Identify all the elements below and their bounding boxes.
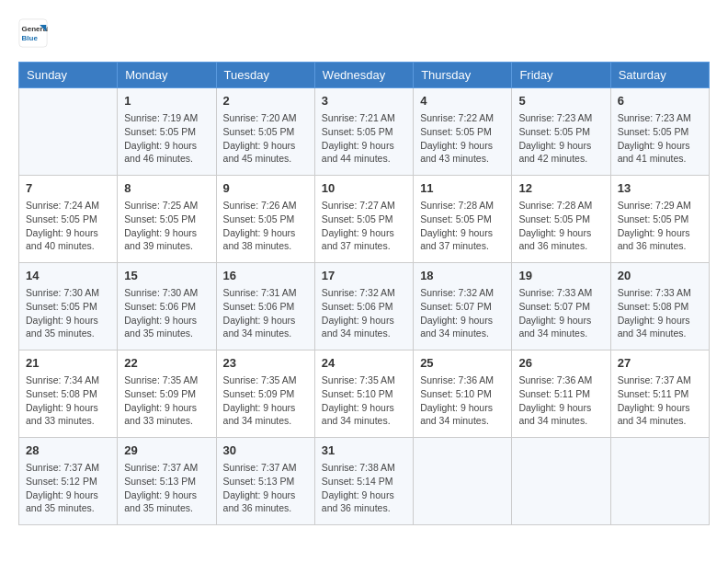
calendar-week-row: 1Sunrise: 7:19 AM Sunset: 5:05 PM Daylig… (19, 88, 710, 176)
day-number: 14 (26, 268, 110, 284)
calendar-cell: 6Sunrise: 7:23 AM Sunset: 5:05 PM Daylig… (610, 88, 709, 176)
day-number: 23 (223, 355, 308, 372)
day-number: 5 (518, 93, 603, 109)
day-number: 6 (618, 93, 702, 109)
calendar-cell: 19Sunrise: 7:33 AM Sunset: 5:07 PM Dayli… (512, 263, 610, 350)
day-number: 13 (618, 180, 702, 197)
logo-icon: General Blue (18, 18, 48, 48)
cell-content: Sunrise: 7:38 AM Sunset: 5:14 PM Dayligh… (322, 461, 406, 515)
day-number: 22 (124, 355, 209, 372)
weekday-header: Tuesday (216, 63, 314, 88)
day-number: 31 (322, 442, 406, 459)
cell-content: Sunrise: 7:37 AM Sunset: 5:13 PM Dayligh… (223, 461, 308, 515)
calendar-cell: 26Sunrise: 7:36 AM Sunset: 5:11 PM Dayli… (512, 350, 610, 438)
cell-content: Sunrise: 7:20 AM Sunset: 5:05 PM Dayligh… (223, 111, 308, 166)
page-header: General Blue (18, 18, 710, 52)
calendar-cell: 10Sunrise: 7:27 AM Sunset: 5:05 PM Dayli… (314, 176, 413, 263)
calendar-cell: 13Sunrise: 7:29 AM Sunset: 5:05 PM Dayli… (610, 176, 709, 263)
cell-content: Sunrise: 7:37 AM Sunset: 5:12 PM Dayligh… (26, 461, 110, 515)
day-number: 2 (223, 93, 308, 109)
day-number: 3 (322, 93, 406, 109)
weekday-header: Sunday (19, 63, 118, 88)
cell-content: Sunrise: 7:37 AM Sunset: 5:11 PM Dayligh… (618, 373, 702, 428)
calendar-cell (512, 438, 610, 525)
calendar-cell: 31Sunrise: 7:38 AM Sunset: 5:14 PM Dayli… (314, 438, 413, 525)
cell-content: Sunrise: 7:22 AM Sunset: 5:05 PM Dayligh… (420, 111, 505, 166)
day-number: 15 (124, 268, 209, 284)
cell-content: Sunrise: 7:30 AM Sunset: 5:05 PM Dayligh… (26, 286, 110, 340)
calendar-cell: 12Sunrise: 7:28 AM Sunset: 5:05 PM Dayli… (512, 176, 610, 263)
calendar-cell (610, 438, 709, 525)
calendar-cell: 15Sunrise: 7:30 AM Sunset: 5:06 PM Dayli… (118, 263, 216, 350)
calendar-week-row: 21Sunrise: 7:34 AM Sunset: 5:08 PM Dayli… (19, 350, 710, 438)
weekday-header: Thursday (414, 63, 512, 88)
cell-content: Sunrise: 7:30 AM Sunset: 5:06 PM Dayligh… (124, 286, 209, 340)
cell-content: Sunrise: 7:28 AM Sunset: 5:05 PM Dayligh… (518, 199, 603, 253)
day-number: 10 (322, 180, 406, 197)
weekday-header: Saturday (610, 63, 709, 88)
calendar-cell: 23Sunrise: 7:35 AM Sunset: 5:09 PM Dayli… (216, 350, 314, 438)
cell-content: Sunrise: 7:29 AM Sunset: 5:05 PM Dayligh… (618, 199, 702, 253)
calendar-cell: 17Sunrise: 7:32 AM Sunset: 5:06 PM Dayli… (314, 263, 413, 350)
day-number: 8 (124, 180, 209, 197)
weekday-header: Wednesday (314, 63, 413, 88)
cell-content: Sunrise: 7:27 AM Sunset: 5:05 PM Dayligh… (322, 199, 406, 253)
calendar-cell: 20Sunrise: 7:33 AM Sunset: 5:08 PM Dayli… (610, 263, 709, 350)
logo: General Blue (18, 18, 51, 48)
calendar-cell: 7Sunrise: 7:24 AM Sunset: 5:05 PM Daylig… (19, 176, 118, 263)
day-number: 25 (420, 355, 505, 372)
cell-content: Sunrise: 7:36 AM Sunset: 5:11 PM Dayligh… (518, 373, 603, 428)
day-number: 11 (420, 180, 505, 197)
calendar-cell: 25Sunrise: 7:36 AM Sunset: 5:10 PM Dayli… (414, 350, 512, 438)
calendar-cell: 22Sunrise: 7:35 AM Sunset: 5:09 PM Dayli… (118, 350, 216, 438)
cell-content: Sunrise: 7:31 AM Sunset: 5:06 PM Dayligh… (223, 286, 308, 340)
day-number: 7 (26, 180, 110, 197)
cell-content: Sunrise: 7:33 AM Sunset: 5:08 PM Dayligh… (618, 286, 702, 340)
calendar-cell: 5Sunrise: 7:23 AM Sunset: 5:05 PM Daylig… (512, 88, 610, 176)
cell-content: Sunrise: 7:25 AM Sunset: 5:05 PM Dayligh… (124, 199, 209, 253)
calendar-cell: 21Sunrise: 7:34 AM Sunset: 5:08 PM Dayli… (19, 350, 118, 438)
calendar-cell: 14Sunrise: 7:30 AM Sunset: 5:05 PM Dayli… (19, 263, 118, 350)
calendar-cell: 27Sunrise: 7:37 AM Sunset: 5:11 PM Dayli… (610, 350, 709, 438)
cell-content: Sunrise: 7:21 AM Sunset: 5:05 PM Dayligh… (322, 111, 406, 166)
day-number: 27 (618, 355, 702, 372)
calendar-cell: 24Sunrise: 7:35 AM Sunset: 5:10 PM Dayli… (314, 350, 413, 438)
day-number: 29 (124, 442, 209, 459)
day-number: 4 (420, 93, 505, 109)
calendar-cell: 9Sunrise: 7:26 AM Sunset: 5:05 PM Daylig… (216, 176, 314, 263)
cell-content: Sunrise: 7:35 AM Sunset: 5:09 PM Dayligh… (223, 373, 308, 428)
calendar-cell: 28Sunrise: 7:37 AM Sunset: 5:12 PM Dayli… (19, 438, 118, 525)
cell-content: Sunrise: 7:23 AM Sunset: 5:05 PM Dayligh… (618, 111, 702, 166)
cell-content: Sunrise: 7:32 AM Sunset: 5:06 PM Dayligh… (322, 286, 406, 340)
cell-content: Sunrise: 7:36 AM Sunset: 5:10 PM Dayligh… (420, 373, 505, 428)
day-number: 20 (618, 268, 702, 284)
day-number: 9 (223, 180, 308, 197)
calendar-cell: 8Sunrise: 7:25 AM Sunset: 5:05 PM Daylig… (118, 176, 216, 263)
cell-content: Sunrise: 7:35 AM Sunset: 5:09 PM Dayligh… (124, 373, 209, 428)
day-number: 24 (322, 355, 406, 372)
calendar-cell: 2Sunrise: 7:20 AM Sunset: 5:05 PM Daylig… (216, 88, 314, 176)
cell-content: Sunrise: 7:23 AM Sunset: 5:05 PM Dayligh… (518, 111, 603, 166)
calendar-body: 1Sunrise: 7:19 AM Sunset: 5:05 PM Daylig… (19, 88, 710, 525)
day-number: 18 (420, 268, 505, 284)
weekday-header-row: SundayMondayTuesdayWednesdayThursdayFrid… (19, 63, 710, 88)
cell-content: Sunrise: 7:28 AM Sunset: 5:05 PM Dayligh… (420, 199, 505, 253)
cell-content: Sunrise: 7:35 AM Sunset: 5:10 PM Dayligh… (322, 373, 406, 428)
calendar-week-row: 7Sunrise: 7:24 AM Sunset: 5:05 PM Daylig… (19, 176, 710, 263)
cell-content: Sunrise: 7:33 AM Sunset: 5:07 PM Dayligh… (518, 286, 603, 340)
day-number: 17 (322, 268, 406, 284)
day-number: 19 (518, 268, 603, 284)
cell-content: Sunrise: 7:19 AM Sunset: 5:05 PM Dayligh… (124, 111, 209, 166)
calendar-table: SundayMondayTuesdayWednesdayThursdayFrid… (18, 62, 710, 525)
day-number: 30 (223, 442, 308, 459)
calendar-cell: 11Sunrise: 7:28 AM Sunset: 5:05 PM Dayli… (414, 176, 512, 263)
svg-text:Blue: Blue (22, 34, 39, 42)
day-number: 1 (124, 93, 209, 109)
day-number: 28 (26, 442, 110, 459)
calendar-cell (19, 88, 118, 176)
day-number: 21 (26, 355, 110, 372)
calendar-cell: 1Sunrise: 7:19 AM Sunset: 5:05 PM Daylig… (118, 88, 216, 176)
day-number: 26 (518, 355, 603, 372)
calendar-header: SundayMondayTuesdayWednesdayThursdayFrid… (19, 63, 710, 88)
calendar-cell: 29Sunrise: 7:37 AM Sunset: 5:13 PM Dayli… (118, 438, 216, 525)
